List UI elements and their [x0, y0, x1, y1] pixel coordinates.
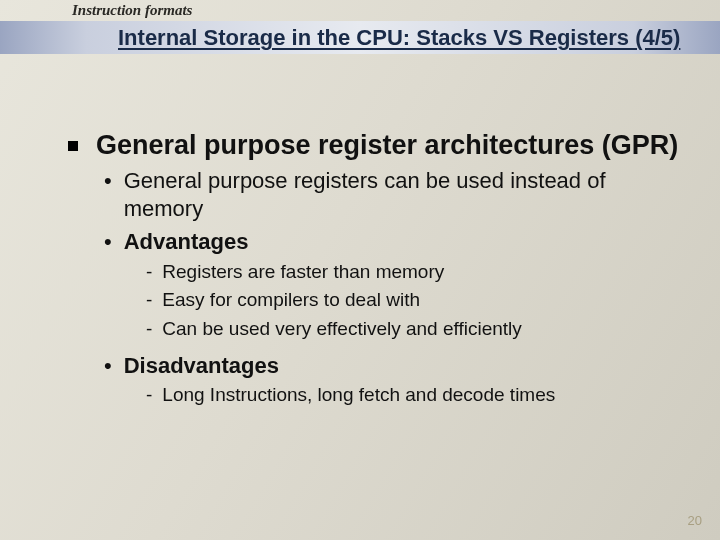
bullet-text: Registers are faster than memory [162, 260, 444, 285]
slide-content: General purpose register architectures (… [68, 130, 688, 408]
bullet-level3: - Long Instructions, long fetch and deco… [146, 383, 688, 408]
bullet-level2: • Disadvantages [104, 352, 688, 380]
bullet-text: General purpose registers can be used in… [124, 167, 688, 222]
bullet-level3: - Registers are faster than memory [146, 260, 688, 285]
bullet-text: Disadvantages [124, 352, 279, 380]
dot-bullet-icon: • [104, 168, 112, 194]
bullet-text: Advantages [124, 228, 249, 256]
dash-bullet-icon: - [146, 288, 152, 312]
bullet-text: Easy for compilers to deal with [162, 288, 420, 313]
square-bullet-icon [68, 141, 78, 151]
dash-bullet-icon: - [146, 317, 152, 341]
dot-bullet-icon: • [104, 353, 112, 379]
slide-title: Internal Storage in the CPU: Stacks VS R… [118, 25, 680, 51]
bullet-level2: • Advantages [104, 228, 688, 256]
bullet-text: Can be used very effectively and efficie… [162, 317, 521, 342]
bullet-level3: - Can be used very effectively and effic… [146, 317, 688, 342]
bullet-level2: • General purpose registers can be used … [104, 167, 688, 222]
dot-bullet-icon: • [104, 229, 112, 255]
page-number: 20 [688, 513, 702, 528]
bullet-text: Long Instructions, long fetch and decode… [162, 383, 555, 408]
bullet-level1: General purpose register architectures (… [68, 130, 688, 161]
section-heading: General purpose register architectures (… [96, 130, 678, 161]
bullet-level3: - Easy for compilers to deal with [146, 288, 688, 313]
kicker-text: Instruction formats [72, 2, 192, 19]
dash-bullet-icon: - [146, 383, 152, 407]
dash-bullet-icon: - [146, 260, 152, 284]
